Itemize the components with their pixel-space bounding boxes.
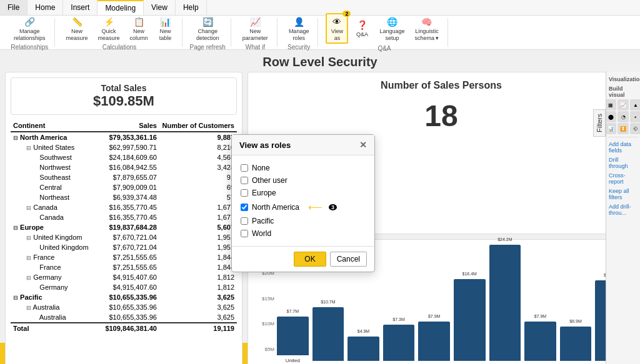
ribbon: File Home Insert Modeling View Help 🔗 Ma… xyxy=(0,0,640,50)
view-as-icon: 👁 xyxy=(331,16,343,28)
linguistic-schema-button[interactable]: 🧠 Linguisticschema ▾ xyxy=(411,14,442,43)
new-parameter-button[interactable]: 📈 Newparameter xyxy=(239,14,272,43)
manage-roles-button[interactable]: 👤 Manageroles xyxy=(285,14,313,43)
language-setup-button[interactable]: 🌐 Languagesetup xyxy=(376,14,408,43)
dialog-body: NoneOther userEuropeNorth America⟵3Pacif… xyxy=(232,155,374,246)
content-area: Total Sales $109.85M Continent Sales Num… xyxy=(0,72,640,364)
qa-button[interactable]: ❓ Q&A xyxy=(351,17,373,39)
main-area: Row Level Security Total Sales $109.85M … xyxy=(0,50,640,343)
dialog-option-northamerica[interactable]: North America⟵3 xyxy=(241,199,366,215)
page-title: Row Level Security xyxy=(0,50,640,72)
dialog-cancel-button[interactable]: Cancel xyxy=(330,252,367,267)
relationships-icon: 🔗 xyxy=(23,16,36,28)
dialog-checkbox-northamerica[interactable] xyxy=(241,204,248,211)
new-parameter-icon: 📈 xyxy=(249,16,261,28)
view-as-button[interactable]: 👁 Viewas xyxy=(326,13,348,44)
tab-file[interactable]: File xyxy=(0,0,28,15)
dialog-option-label: Other user xyxy=(252,176,288,185)
dialog-badge: 3 xyxy=(329,204,337,210)
dialog-option-pacific[interactable]: Pacific xyxy=(241,215,366,227)
view-as-badge: 2 xyxy=(342,11,351,17)
dialog-checkbox-pacific[interactable] xyxy=(241,217,248,225)
ribbon-group-qa: 👁 Viewas 2 ❓ Q&A 🌐 Languagesetup 🧠 Lingu… xyxy=(321,18,448,47)
qa-icon: ❓ xyxy=(356,19,368,31)
ribbon-group-security: 👤 Manageroles Security xyxy=(280,18,319,47)
dialog-checkbox-other[interactable] xyxy=(241,177,248,184)
new-table-icon: 📊 xyxy=(159,16,172,28)
dialog-option-none[interactable]: None xyxy=(241,162,366,174)
dialog-option-world[interactable]: World xyxy=(241,227,366,240)
change-detection-button[interactable]: 🔄 Changedetection xyxy=(192,14,223,43)
new-column-icon: 📋 xyxy=(132,16,145,28)
ribbon-group-relationships: 🔗 Managerelationships Relationships xyxy=(5,18,55,47)
new-column-button[interactable]: 📋 Newcolumn xyxy=(126,14,152,43)
view-as-roles-dialog: View as roles ✕ NoneOther userEuropeNort… xyxy=(231,134,375,272)
ribbon-group-pagerefresh: 🔄 Changedetection Page refresh xyxy=(185,18,231,47)
ribbon-content: 🔗 Managerelationships Relationships 📏 Ne… xyxy=(0,16,640,49)
dialog-option-europe[interactable]: Europe xyxy=(241,187,366,199)
ribbon-group-calculations: 📏 Newmeasure ⚡ Quickmeasure 📋 Newcolumn … xyxy=(58,18,182,47)
linguistic-icon: 🧠 xyxy=(421,16,433,28)
dialog-option-label: None xyxy=(252,164,270,172)
quick-measure-button[interactable]: ⚡ Quickmeasure xyxy=(94,14,124,43)
dialog-close-button[interactable]: ✕ xyxy=(359,140,367,150)
dialog-option-label: World xyxy=(252,229,271,238)
dialog-option-other[interactable]: Other user xyxy=(241,174,366,187)
dialog-option-label: Europe xyxy=(252,189,276,197)
change-detection-icon: 🔄 xyxy=(201,16,214,28)
language-icon: 🌐 xyxy=(386,16,398,28)
quick-measure-icon: ⚡ xyxy=(102,16,115,28)
dialog-title-bar: View as roles ✕ xyxy=(232,135,374,155)
new-measure-icon: 📏 xyxy=(71,16,83,28)
new-measure-button[interactable]: 📏 Newmeasure xyxy=(62,14,92,43)
dialog-option-label: North America xyxy=(252,203,299,212)
new-table-button[interactable]: 📊 Newtable xyxy=(154,14,177,43)
tab-view[interactable]: View xyxy=(144,0,176,15)
dialog-checkbox-europe[interactable] xyxy=(241,189,248,197)
dialog-option-label: Pacific xyxy=(252,217,274,225)
dialog-checkbox-world[interactable] xyxy=(241,230,248,237)
manage-relationships-button[interactable]: 🔗 Managerelationships xyxy=(10,14,49,43)
dialog-overlay: View as roles ✕ NoneOther userEuropeNort… xyxy=(0,72,640,364)
dialog-ok-button[interactable]: OK xyxy=(294,252,326,267)
north-america-arrow: ⟵ xyxy=(308,201,322,213)
tab-help[interactable]: Help xyxy=(176,0,207,15)
tab-insert[interactable]: Insert xyxy=(63,0,98,15)
dialog-checkbox-none[interactable] xyxy=(241,164,248,172)
dialog-footer: OK Cancel xyxy=(232,246,374,272)
tab-modeling[interactable]: Modeling xyxy=(98,0,144,15)
ribbon-group-whatif: 📈 Newparameter What if xyxy=(234,18,278,47)
ribbon-tabs: File Home Insert Modeling View Help xyxy=(0,0,640,16)
dialog-title: View as roles xyxy=(239,140,291,150)
tab-home[interactable]: Home xyxy=(28,0,63,15)
manage-relationships-label: Managerelationships xyxy=(14,28,46,42)
manage-roles-icon: 👤 xyxy=(292,16,305,28)
